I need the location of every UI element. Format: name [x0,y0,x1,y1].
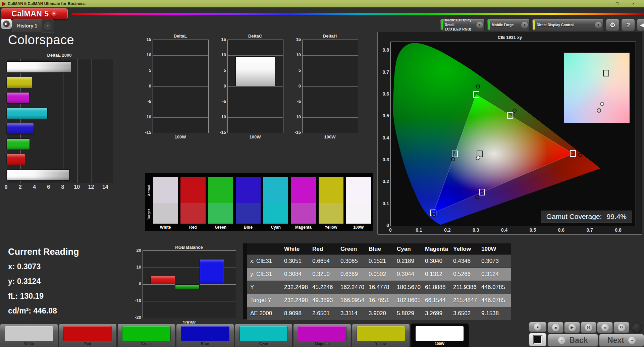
cie-measured-100w [476,156,480,160]
swatch-label: Blue [236,225,261,230]
gridline [143,301,236,301]
swatch-label: Red [180,225,205,230]
pattern-button-white[interactable]: White [0,324,58,347]
axis-tick-label: 5 [217,68,226,73]
rgb-balance-plot [143,250,236,318]
row-label: y: CIE31 [247,271,284,278]
pattern-swatch [240,326,288,341]
pattern-label: White [0,342,58,346]
actual-swatch [346,177,371,203]
expand-controls-button[interactable]: ▲ [529,322,546,332]
swatch-column-white: White [153,173,178,231]
minimize-icon[interactable]: — [593,0,609,7]
gridline [303,71,358,71]
pattern-button-100w[interactable]: 100W [411,324,469,347]
gridline [303,117,358,118]
add-tab-button[interactable]: + [42,19,54,33]
close-icon[interactable]: × [625,0,641,7]
cie-measured-yellow [513,109,517,113]
source-dropdown-label: Mobile Forge [492,23,521,27]
continuous-measure-button[interactable]: ∞ [597,322,613,333]
swatch-column-magenta: Magenta [291,173,316,231]
back-button[interactable]: « Back [548,334,598,347]
play-button[interactable]: ▶ [564,322,580,333]
tab-history-1[interactable]: History 1 [12,19,42,32]
axis-tick-label: 4 [33,184,36,190]
meter-dropdown[interactable]: X-Rite i1Display Retail LCD (LED RGB) ▼ [440,19,485,31]
actual-swatch [263,177,288,203]
axis-tick-label: 10 [74,184,80,190]
gridline [228,86,283,87]
settings-button[interactable]: ⚙ [606,19,620,31]
delta-chart-deltac: DeltaC151050-5-10-15100W [217,34,283,141]
pattern-button-green[interactable]: Green [117,324,175,347]
axis-tick-label: 0.8 [378,47,389,53]
pattern-window-button[interactable] [529,333,546,346]
gridline [153,86,208,87]
axis-tick-label: 0.5 [378,113,389,118]
axis-tick-label: 0.3 [378,157,389,162]
axis-tick-label: 0 [292,83,301,89]
session-play-button[interactable]: ▶ [1,19,12,29]
axis-tick-label: 0.6 [558,227,565,233]
delta-chart-deltah: DeltaH151050-5-10-15100W [292,34,358,141]
table-cell: 0.3250 [312,271,340,278]
swatch-columns: WhiteRedGreenBlueCyanMagentaYellow100W [153,173,371,231]
gear-icon: ⚙ [610,21,615,29]
pattern-label: Red [59,342,116,346]
table-cell: 61.8888 [425,284,453,291]
reading-value: fL: 130.19 [8,292,57,306]
axis-tick-label: -15 [217,130,226,135]
chart-title: DeltaL [153,34,208,39]
pattern-label: Cyan [235,342,292,346]
current-reading-title: Current Reading [8,247,79,257]
gridline [153,55,208,56]
table-cell: 0.3044 [397,271,425,278]
chevron-down-icon: ▼ [595,22,602,28]
axis-tick-label: 0.6 [378,91,389,97]
pattern-swatch [357,326,405,341]
cie-chart-plot: Gamut Coverage: 99.4% [390,42,636,226]
axis-tick-label: -10 [143,114,151,119]
axis-tick-label: 10 [132,265,141,270]
chevron-down-icon: ▼ [521,22,528,28]
table-cell: 16.7651 [369,297,397,304]
gridline [153,102,208,102]
calman-logo-menu[interactable]: CalMAN 5 ▼ [1,8,68,19]
refresh-button[interactable]: ↻ [613,322,629,333]
collapse-panel-button[interactable]: ◀ [637,19,644,31]
display-control-dropdown[interactable]: Direct Display Control ▼ [532,19,603,31]
pattern-label: Yellow [352,342,410,346]
target-swatch [153,203,178,224]
gridline [228,102,283,102]
single-measure-button[interactable]: [-] [581,322,596,333]
axis-tick-label: 2 [19,184,22,190]
column-header: Yellow [453,246,481,252]
table-row-5: ΔE 20008.90982.65013.31143.90205.80293.2… [247,307,511,320]
axis-tick-label: 5 [292,68,301,73]
rgb-bar-green [175,284,200,289]
pattern-label: Magenta [293,342,351,346]
cie-measured-green [476,84,480,89]
axis-tick-label: 0 [378,223,389,228]
column-header: Cyan [397,246,425,252]
axis-tick-label: 10 [143,52,151,57]
restore-icon[interactable]: □ [609,0,625,7]
source-dropdown[interactable]: Mobile Forge ▼ [487,19,530,31]
stop-button[interactable]: ■ [548,322,564,333]
delta-e-bar-green [6,138,30,150]
pattern-button-red[interactable]: Red [59,324,117,347]
reading-value: y: 0.3124 [8,277,57,292]
help-icon: ? [626,21,630,29]
display-dropdown-label: Direct Display Control [537,23,595,27]
help-button[interactable]: ? [621,19,635,31]
pattern-button-cyan[interactable]: Cyan [235,324,293,347]
pattern-button-magenta[interactable]: Magenta [293,324,351,347]
swatch-column-blue: Blue [236,173,261,231]
pattern-button-yellow[interactable]: Yellow [352,324,410,347]
axis-tick-label: 0.7 [378,69,389,75]
title-bar: CalMAN 5 CalMAN Ultimate for Business — … [0,0,644,7]
pattern-button-blue[interactable]: Blue [176,324,234,347]
inset-measured-marker [600,102,604,106]
next-button[interactable]: Next » [599,334,644,347]
